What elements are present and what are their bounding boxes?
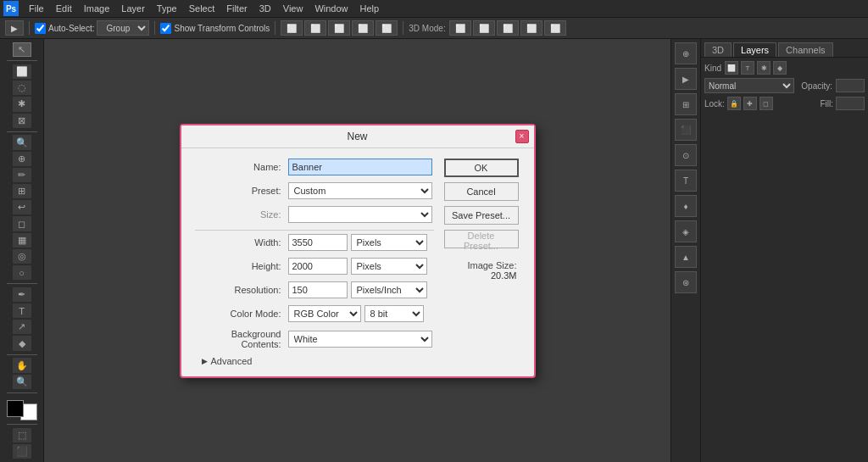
opacity-input[interactable] bbox=[836, 79, 865, 92]
menu-image[interactable]: Image bbox=[79, 2, 115, 15]
tool-clone[interactable]: ⊞ bbox=[13, 184, 31, 198]
menu-edit[interactable]: Edit bbox=[51, 2, 77, 15]
side-btn-5[interactable]: ⊙ bbox=[675, 144, 697, 166]
tool-quick-mask[interactable]: ⬚ bbox=[13, 428, 31, 443]
autoselect-checkbox[interactable] bbox=[35, 23, 46, 34]
toolbar-separator-4 bbox=[403, 21, 403, 35]
tool-brush[interactable]: ✏ bbox=[13, 168, 31, 182]
align-btn-5[interactable]: ⬜ bbox=[376, 20, 398, 36]
width-input[interactable] bbox=[288, 234, 348, 251]
side-btn-3[interactable]: ⊞ bbox=[675, 93, 697, 115]
lock-icon-2[interactable]: ✚ bbox=[743, 97, 757, 110]
side-btn-9[interactable]: ▲ bbox=[675, 246, 697, 268]
tool-crop[interactable]: ⊠ bbox=[13, 114, 31, 128]
delete-preset-button[interactable]: Delete Preset... bbox=[444, 230, 519, 248]
tool-move-btn[interactable]: ▶ bbox=[5, 20, 24, 36]
name-row: Name: bbox=[195, 159, 434, 175]
kind-icon-3[interactable]: ✱ bbox=[757, 61, 771, 75]
align-btn-4[interactable]: ⬜ bbox=[352, 20, 374, 36]
ok-button[interactable]: OK bbox=[444, 159, 519, 177]
tool-hand[interactable]: ✋ bbox=[13, 358, 31, 372]
tab-channels[interactable]: Channels bbox=[778, 42, 832, 57]
align-btn-1[interactable]: ⬜ bbox=[281, 20, 303, 36]
menu-3d[interactable]: 3D bbox=[254, 2, 276, 15]
align-btn-2[interactable]: ⬜ bbox=[304, 20, 326, 36]
tool-lasso[interactable]: ◌ bbox=[13, 81, 31, 95]
width-unit-select[interactable]: Pixels Inches Centimeters bbox=[351, 234, 427, 251]
tool-move[interactable]: ↖ bbox=[13, 42, 31, 57]
tool-sep-2 bbox=[7, 131, 37, 132]
tab-3d[interactable]: 3D bbox=[704, 42, 732, 57]
height-unit-select[interactable]: Pixels Inches Centimeters bbox=[351, 258, 427, 275]
foreground-color-swatch[interactable] bbox=[7, 400, 24, 417]
tool-blur[interactable]: ◎ bbox=[13, 249, 31, 264]
align-btn-3[interactable]: ⬜ bbox=[328, 20, 350, 36]
menu-file[interactable]: File bbox=[24, 2, 49, 15]
tool-pen[interactable]: ✒ bbox=[13, 287, 31, 302]
toolbar-separator-1 bbox=[29, 21, 30, 35]
tab-layers[interactable]: Layers bbox=[733, 42, 776, 57]
3d-btn-1[interactable]: ⬜ bbox=[449, 20, 471, 36]
show-transform-checkbox[interactable] bbox=[160, 23, 171, 34]
height-input[interactable] bbox=[288, 258, 348, 275]
side-btn-8[interactable]: ◈ bbox=[675, 220, 697, 242]
tool-screen-mode[interactable]: ⬛ bbox=[13, 444, 31, 459]
kind-icon-4[interactable]: ◆ bbox=[773, 61, 787, 75]
lock-icon-1[interactable]: 🔒 bbox=[727, 97, 741, 110]
dialog-close-button[interactable]: × bbox=[515, 130, 529, 143]
lock-icon-3[interactable]: ◻ bbox=[760, 97, 773, 110]
autoselect-select[interactable]: Group bbox=[97, 20, 149, 36]
tool-dodge[interactable]: ○ bbox=[13, 265, 31, 280]
image-size-label: Image Size: bbox=[444, 260, 517, 270]
autoselect-label: Auto-Select: bbox=[48, 24, 94, 33]
bit-depth-select[interactable]: 8 bit 16 bit 32 bit bbox=[364, 305, 424, 322]
side-btn-4[interactable]: ⬛ bbox=[675, 119, 697, 141]
tool-eyedropper[interactable]: 🔍 bbox=[13, 135, 31, 149]
dialog-title: New bbox=[347, 131, 367, 142]
side-btn-2[interactable]: ▶ bbox=[675, 68, 697, 90]
cancel-button[interactable]: Cancel bbox=[444, 182, 519, 201]
save-preset-button[interactable]: Save Preset... bbox=[444, 206, 519, 225]
menu-view[interactable]: View bbox=[278, 2, 309, 15]
fill-input[interactable] bbox=[836, 97, 865, 110]
side-btn-6[interactable]: T bbox=[675, 170, 697, 192]
tool-zoom[interactable]: 🔍 bbox=[13, 375, 31, 389]
tool-text[interactable]: T bbox=[13, 303, 31, 318]
menu-help[interactable]: Help bbox=[355, 2, 385, 15]
blend-mode-select[interactable]: Normal bbox=[704, 78, 794, 93]
kind-icon-1[interactable]: ⬜ bbox=[725, 61, 738, 75]
resolution-input[interactable] bbox=[288, 281, 348, 298]
3d-btn-2[interactable]: ⬜ bbox=[473, 20, 495, 36]
tool-quick-select[interactable]: ✱ bbox=[13, 97, 31, 111]
name-input[interactable] bbox=[288, 159, 432, 175]
3d-btn-3[interactable]: ⬜ bbox=[497, 20, 519, 36]
resolution-row: Resolution: Pixels/Inch Pixels/Centimete… bbox=[195, 281, 434, 298]
size-select[interactable] bbox=[288, 206, 432, 223]
dialog-overlay: New × Name: Preset: bbox=[44, 39, 670, 462]
tool-spot-heal[interactable]: ⊕ bbox=[13, 152, 31, 166]
side-btn-1[interactable]: ⊕ bbox=[675, 42, 697, 64]
menu-filter[interactable]: Filter bbox=[221, 2, 252, 15]
tool-path-select[interactable]: ↗ bbox=[13, 320, 31, 334]
side-btn-10[interactable]: ⊛ bbox=[675, 271, 697, 293]
resolution-unit-select[interactable]: Pixels/Inch Pixels/Centimeter bbox=[351, 281, 427, 298]
3d-btn-5[interactable]: ⬜ bbox=[544, 20, 566, 36]
kind-icon-2[interactable]: T bbox=[741, 61, 754, 75]
preset-select[interactable]: Custom Default Photoshop Size US Paper W… bbox=[288, 182, 432, 199]
tool-gradient[interactable]: ▦ bbox=[13, 233, 31, 248]
menu-window[interactable]: Window bbox=[309, 2, 353, 15]
side-btn-7[interactable]: ♦ bbox=[675, 195, 697, 217]
menu-type[interactable]: Type bbox=[152, 2, 182, 15]
show-transform-group: Show Transform Controls bbox=[160, 23, 270, 34]
tool-shapes[interactable]: ◆ bbox=[13, 336, 31, 350]
menu-select[interactable]: Select bbox=[184, 2, 220, 15]
bg-contents-select[interactable]: White Background Color Transparent bbox=[288, 331, 432, 348]
tool-history-brush[interactable]: ↩ bbox=[13, 200, 31, 214]
width-group: Pixels Inches Centimeters bbox=[288, 234, 427, 251]
autoselect-group: Auto-Select: Group bbox=[35, 20, 149, 36]
color-mode-select[interactable]: RGB Color Grayscale CMYK Color bbox=[288, 305, 361, 322]
menu-layer[interactable]: Layer bbox=[116, 2, 150, 15]
3d-btn-4[interactable]: ⬜ bbox=[520, 20, 542, 36]
tool-marquee[interactable]: ⬜ bbox=[13, 64, 31, 79]
tool-eraser[interactable]: ◻ bbox=[13, 216, 31, 231]
